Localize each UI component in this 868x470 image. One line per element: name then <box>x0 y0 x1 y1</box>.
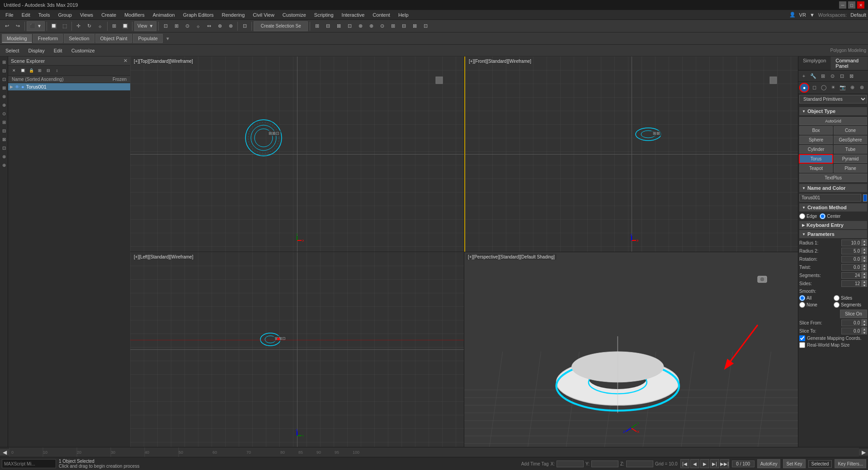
coord-z-input[interactable] <box>626 461 653 467</box>
sf-down[interactable]: ▼ <box>862 323 867 326</box>
ot-cone[interactable]: Cone <box>834 126 867 135</box>
slice-to-input[interactable] <box>841 328 862 334</box>
left-icon-7[interactable]: ⊙ <box>0 110 8 117</box>
ot-geosphere[interactable]: GeoSphere <box>834 136 867 144</box>
tool15[interactable]: ⊙ <box>377 21 387 31</box>
tool5[interactable]: ↭ <box>204 21 214 31</box>
menu-help[interactable]: Help <box>395 11 412 19</box>
left-icon-4[interactable]: ⊠ <box>0 84 8 91</box>
rotation-down[interactable]: ▼ <box>862 259 867 263</box>
menu-scripting[interactable]: Scripting <box>311 11 337 19</box>
reference-btn[interactable]: ⊞ <box>109 21 119 31</box>
smooth-segments-radio[interactable] <box>834 302 840 308</box>
radio-center[interactable]: Center <box>820 213 840 219</box>
left-icon-12[interactable]: ⊗ <box>0 153 8 160</box>
left-icon-3[interactable]: ⊡ <box>0 75 8 83</box>
ot-tube[interactable]: Tube <box>834 145 867 154</box>
tool12[interactable]: ⊡ <box>344 21 354 31</box>
tool2[interactable]: ⊞ <box>171 21 181 31</box>
cp-icon-create-active[interactable]: ● <box>799 83 809 93</box>
smooth-segments[interactable]: Segments <box>834 302 867 308</box>
ribbon-edit[interactable]: Edit <box>50 47 66 54</box>
tool8[interactable]: ⊡ <box>240 21 250 31</box>
cp-icon-modify[interactable]: 🔧 <box>809 71 818 80</box>
smooth-all-radio[interactable] <box>799 295 805 301</box>
section-parameters[interactable]: ▼ Parameters <box>799 230 867 238</box>
timeline-track[interactable]: 0 10 20 30 40 50 60 70 80 85 90 95 100 <box>9 447 859 457</box>
ribbon-display[interactable]: Display <box>25 47 48 54</box>
se-tool1[interactable]: ✕ <box>10 66 18 75</box>
anim-next-frame[interactable]: ▶| <box>710 459 719 468</box>
tab-command-panel[interactable]: Command Panel <box>831 56 868 70</box>
tool18[interactable]: ⊠ <box>410 21 420 31</box>
cp-icon-camera[interactable]: 📷 <box>838 83 847 92</box>
se-close-icon[interactable]: ✕ <box>123 58 127 64</box>
view-dropdown[interactable]: View ▼ <box>134 21 156 31</box>
menu-create[interactable]: Create <box>98 11 120 19</box>
cp-icon-geo[interactable]: ◻ <box>810 83 819 92</box>
left-icon-9[interactable]: ⊟ <box>0 127 8 134</box>
cp-icon-helper[interactable]: ⊕ <box>848 83 857 92</box>
tool3[interactable]: ⊙ <box>182 21 192 31</box>
section-object-type[interactable]: ▼ Object Type <box>799 107 867 115</box>
sides-up[interactable]: ▲ <box>862 280 867 283</box>
se-sort-icon[interactable]: ↕ <box>53 66 61 75</box>
minimize-button[interactable]: ─ <box>839 1 846 9</box>
ot-torus[interactable]: Torus <box>799 155 833 163</box>
scale-btn[interactable]: ⟐ <box>95 21 105 31</box>
left-icon-6[interactable]: ⊕ <box>0 101 8 108</box>
menu-group[interactable]: Group <box>54 11 75 19</box>
radius1-up[interactable]: ▲ <box>862 239 867 243</box>
timeline-prev-btn[interactable]: ◀ <box>0 449 9 456</box>
slice-from-input[interactable] <box>841 320 862 326</box>
select-object-btn[interactable]: 🔲 <box>49 21 59 31</box>
left-icon-10[interactable]: ⊠ <box>0 136 8 143</box>
smooth-none[interactable]: None <box>799 302 833 308</box>
menu-edit[interactable]: Edit <box>18 11 34 19</box>
menu-tools[interactable]: Tools <box>35 11 54 19</box>
ot-cylinder[interactable]: Cylinder <box>799 145 833 154</box>
auto-key-btn[interactable]: AutoKey <box>757 459 781 468</box>
ot-teapot[interactable]: Teapot <box>799 164 833 173</box>
tool17[interactable]: ⊟ <box>399 21 409 31</box>
tool9[interactable]: ⊞ <box>312 21 322 31</box>
tab-object-paint[interactable]: Object Paint <box>95 34 132 43</box>
timeline-next-btn[interactable]: ▶ <box>859 449 868 456</box>
menu-graph-editors[interactable]: Graph Editors <box>179 11 217 19</box>
rotation-input[interactable] <box>841 256 862 263</box>
undo-button[interactable]: ↩ <box>2 21 12 31</box>
twist-input[interactable] <box>841 264 862 271</box>
coord-x-input[interactable] <box>557 461 584 467</box>
sides-input[interactable] <box>841 280 862 287</box>
cp-icon-hierarchy[interactable]: ⊞ <box>818 71 827 80</box>
twist-up[interactable]: ▲ <box>862 263 867 267</box>
smooth-sides-radio[interactable] <box>834 295 840 301</box>
tool7[interactable]: ⊗ <box>226 21 236 31</box>
tool14[interactable]: ⊕ <box>366 21 376 31</box>
ot-pyramid[interactable]: Pyramid <box>834 155 867 163</box>
cp-icon-light[interactable]: ☀ <box>829 83 838 92</box>
radius2-down[interactable]: ▼ <box>862 251 867 254</box>
st-up[interactable]: ▲ <box>862 327 867 331</box>
real-world-checkbox[interactable] <box>799 342 805 348</box>
timeline-pos-input[interactable] <box>732 461 755 467</box>
tab-freeform[interactable]: Freeform <box>33 34 63 43</box>
radius1-down[interactable]: ▼ <box>862 243 867 246</box>
select-dropdown[interactable]: ⬛ ▼ <box>27 21 45 31</box>
cp-icon-display[interactable]: ⊡ <box>837 71 846 80</box>
menu-animation[interactable]: Animation <box>149 11 179 19</box>
tool4[interactable]: ⟐ <box>193 21 203 31</box>
anim-prev-frame[interactable]: ◀ <box>690 459 699 468</box>
maximize-button[interactable]: □ <box>848 1 855 9</box>
tool1[interactable]: ⊡ <box>160 21 170 31</box>
name-input[interactable] <box>799 194 861 202</box>
set-key-btn[interactable]: Set Key <box>783 459 805 468</box>
anim-play[interactable]: ▶ <box>700 459 709 468</box>
sf-up[interactable]: ▲ <box>862 319 867 323</box>
coord-y-input[interactable] <box>591 461 618 467</box>
left-icon-5[interactable]: ⊗ <box>0 93 8 100</box>
ot-autogrid[interactable]: AutoGrid <box>799 117 867 125</box>
ribbon-customize[interactable]: Customize <box>68 47 99 54</box>
cp-icon-utilities[interactable]: ⊠ <box>847 71 856 80</box>
ot-textplus[interactable]: TextPlus <box>799 174 867 182</box>
